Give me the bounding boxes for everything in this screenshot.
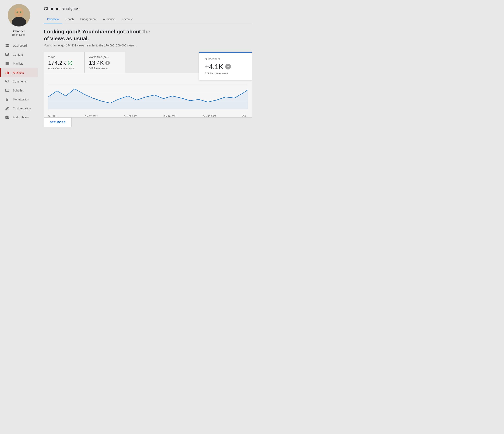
svg-rect-9 [7, 46, 9, 47]
channel-name: Channel [13, 29, 25, 33]
tab-reach[interactable]: Reach [62, 16, 77, 23]
svg-rect-7 [7, 44, 9, 46]
audio-library-label: Audio library [13, 116, 29, 119]
dashboard-icon [5, 43, 9, 48]
analytics-icon [5, 70, 9, 75]
tab-overview[interactable]: Overview [44, 16, 62, 23]
views-label: Views [48, 55, 80, 59]
views-card: Views 174.2K About the same as usual [44, 52, 85, 73]
tab-engagement[interactable]: Engagement [77, 16, 100, 23]
summary-subtext: Your channel got 174,231 views—similar t… [44, 44, 252, 47]
date-5: Sep 30, 2021 [203, 115, 216, 117]
svg-point-3 [17, 11, 18, 13]
chart-svg [48, 77, 248, 113]
sidebar-item-customization[interactable]: Customization [0, 104, 38, 113]
comments-label: Comments [13, 80, 27, 83]
svg-marker-34 [48, 89, 248, 109]
nav-list: Dashboard Content Playlists [0, 41, 38, 122]
avatar [8, 4, 30, 27]
main-content: Channel analytics Overview Reach Engagem… [38, 0, 252, 217]
customization-label: Customization [13, 107, 31, 110]
content-label: Content [13, 53, 23, 56]
tab-revenue[interactable]: Revenue [118, 16, 136, 23]
customization-icon [5, 106, 9, 111]
chart-dates: Sep 12, ... Sep 17, 2021 Sep 21, 2021 Se… [48, 113, 248, 117]
monetization-label: Monetization [13, 98, 29, 101]
sidebar-item-dashboard[interactable]: Dashboard [0, 41, 38, 50]
views-badge [68, 61, 72, 65]
date-3: Sep 21, 2021 [124, 115, 137, 117]
monetization-icon [5, 97, 9, 102]
views-value: 174.2K [48, 60, 66, 66]
sidebar-item-monetization[interactable]: Monetization [0, 95, 38, 104]
playlists-label: Playlists [13, 62, 23, 65]
subscribers-card: Subscribers +4.1K 518 less than usual [199, 52, 252, 80]
channel-handle: Brian Dean [12, 33, 26, 36]
views-value-row: 174.2K [48, 60, 80, 66]
watch-time-badge [105, 61, 110, 65]
stats-section: Views 174.2K About the same as usual Wat… [44, 52, 252, 73]
page-title: Channel analytics [44, 6, 252, 11]
subscribers-note: 518 less than usual [205, 72, 246, 75]
watch-time-note: 688.2 less than u... [89, 67, 121, 70]
svg-rect-21 [6, 89, 9, 91]
svg-line-25 [6, 107, 6, 107]
date-4: Sep 26, 2021 [163, 115, 177, 117]
sidebar-item-playlists[interactable]: Playlists [0, 59, 38, 68]
tabs-bar: Overview Reach Engagement Audience Reven… [44, 16, 252, 23]
summary-main: Looking good! Your channel got about [44, 28, 142, 35]
svg-point-27 [6, 117, 7, 118]
subscribers-label: Subscribers [205, 57, 246, 61]
sidebar-item-comments[interactable]: Comments [0, 77, 38, 86]
watch-time-value-row: 13.4K [89, 60, 121, 66]
audio-icon [5, 115, 9, 120]
svg-point-4 [20, 11, 21, 13]
watch-time-value: 13.4K [89, 60, 104, 66]
summary-headline: Looking good! Your channel got about the… [44, 28, 252, 42]
svg-point-28 [7, 117, 8, 118]
svg-rect-26 [6, 116, 9, 119]
subscribers-value-row: +4.1K [205, 63, 246, 71]
svg-point-5 [16, 8, 22, 11]
svg-rect-17 [8, 72, 9, 74]
svg-marker-11 [7, 54, 8, 55]
playlists-icon [5, 61, 9, 66]
tab-audience[interactable]: Audience [100, 16, 118, 23]
date-2: Sep 17, 2021 [84, 115, 98, 117]
sidebar-item-subtitles[interactable]: Subtitles [0, 86, 38, 95]
subscribers-value: +4.1K [205, 63, 223, 71]
summary-highlight: the [142, 28, 150, 35]
bottom-section: SEE MORE [44, 118, 252, 127]
date-1: Sep 12, ... [48, 115, 58, 117]
dashboard-label: Dashboard [13, 44, 27, 47]
sidebar-item-content[interactable]: Content [0, 50, 38, 59]
subtitles-label: Subtitles [13, 89, 24, 92]
subscribers-badge [225, 64, 231, 70]
watch-time-card: Watch time (ho... 13.4K 688.2 less than … [85, 52, 125, 73]
subtitles-icon [5, 88, 9, 93]
date-6: Oct... [243, 115, 248, 117]
sidebar-item-analytics[interactable]: Analytics [0, 68, 38, 77]
content-icon [5, 52, 9, 57]
svg-rect-18 [6, 80, 9, 82]
views-note: About the same as usual [48, 67, 80, 70]
sidebar: Channel Brian Dean Dashboard [0, 0, 38, 217]
comments-icon [5, 79, 9, 84]
svg-rect-16 [7, 71, 7, 74]
see-more-button[interactable]: SEE MORE [44, 118, 72, 127]
sidebar-item-audio-library[interactable]: Audio library [0, 113, 38, 122]
svg-rect-8 [6, 46, 7, 47]
analytics-label: Analytics [13, 71, 24, 74]
svg-rect-6 [6, 44, 7, 46]
watch-time-label: Watch time (ho... [89, 55, 121, 59]
svg-rect-15 [6, 72, 6, 74]
summary-end: of views as usual. [44, 35, 89, 42]
